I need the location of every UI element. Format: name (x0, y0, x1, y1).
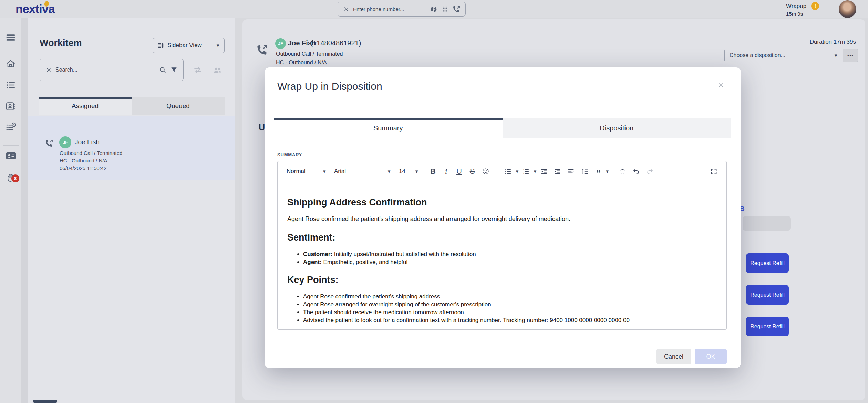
numbered-list-button[interactable]: 123 (523, 168, 530, 175)
request-refill-button[interactable]: Request Refill (746, 253, 789, 273)
transfer-icon (193, 65, 203, 75)
strikethrough-button[interactable]: S (469, 167, 476, 176)
contact-card-icon[interactable] (6, 101, 16, 112)
disposition-more-button[interactable]: ••• (843, 49, 858, 62)
list-item-text: Empathetic, positive, and helpful (322, 259, 407, 265)
list-item: Agent Rose arranged for overnight sippin… (303, 301, 717, 308)
tab-queued-label: Queued (166, 102, 190, 110)
agent-status-timer: 15m 9s (786, 11, 819, 17)
bold-button[interactable]: B (430, 167, 436, 176)
size-value: 14 (399, 168, 405, 175)
search-icon[interactable] (159, 66, 167, 74)
workitem-line3: 06/04/2025 11:50:42 (60, 165, 107, 171)
rail-divider (3, 53, 19, 53)
align-button[interactable] (567, 168, 575, 175)
doc-paragraph: Agent Rose confirmed the patient's shipp… (287, 215, 717, 223)
agent-status[interactable]: Wrapup ! 15m 9s (786, 2, 819, 17)
search-input[interactable] (55, 67, 155, 73)
blockquote-button[interactable]: “ (595, 168, 602, 175)
outbound-call-icon[interactable] (452, 5, 461, 13)
ok-button[interactable]: OK (695, 349, 727, 364)
list-item: Agent: Empathetic, positive, and helpful (303, 258, 717, 266)
request-refill-button[interactable]: Request Refill (746, 317, 789, 336)
font-dropdown[interactable]: Arial▼ (334, 168, 391, 175)
filter-icon[interactable] (170, 66, 178, 74)
queue-list-icon[interactable] (6, 80, 16, 90)
close-icon[interactable] (717, 82, 724, 89)
request-refill-button[interactable]: Request Refill (746, 285, 789, 305)
caller-phone: (+14804861921) (310, 39, 361, 47)
wrap-up-modal: Wrap Up in Disposition Summary Dispositi… (265, 67, 741, 368)
font-value: Arial (334, 168, 346, 175)
editor-toolbar: Normal▼ Arial▼ 14▼ B i U S ▼ 123 ▼ (278, 161, 726, 181)
outbound-call-icon (45, 139, 53, 148)
split-circle-icon[interactable] (430, 5, 438, 13)
agent-status-label: Wrapup (786, 3, 806, 10)
tab-queued[interactable]: Queued (132, 97, 225, 115)
list-item-label: Agent: (303, 259, 322, 265)
history-list-icon[interactable] (6, 122, 17, 133)
scrollbar-thumb[interactable] (33, 400, 57, 403)
tab-disposition[interactable]: Disposition (503, 118, 731, 138)
doc-heading-sentiment: Sentiment: (287, 232, 717, 243)
rail-divider (3, 145, 19, 146)
top-bar: nextiva Wrapup ! 15m 9s (0, 0, 868, 18)
style-dropdown[interactable]: Normal▼ (287, 168, 327, 175)
tab-summary[interactable]: Summary (274, 118, 503, 138)
workitem-list-item[interactable]: JF Joe Fish Outbound Call / Terminated H… (28, 116, 235, 180)
dialpad-icon[interactable] (441, 6, 449, 13)
avatar: JF (59, 136, 71, 148)
panel-divider (28, 96, 235, 96)
sidebar-view-label: Sidebar View (167, 42, 202, 49)
workitem-tabs: Assigned Queued (39, 97, 225, 115)
rail-panel-gap (21, 18, 28, 403)
clear-phone-icon[interactable] (343, 6, 350, 13)
cancel-button[interactable]: Cancel (656, 349, 691, 364)
fullscreen-button[interactable] (710, 168, 717, 175)
undo-button[interactable] (632, 168, 640, 175)
sentiment-list: Customer: Initially upset/frustrated but… (303, 251, 717, 266)
chevron-down-icon[interactable]: ▼ (533, 169, 537, 174)
doc-heading-keypoints: Key Points: (287, 275, 717, 285)
occluded-heading: U (259, 123, 265, 132)
chevron-down-icon[interactable]: ▼ (515, 169, 519, 174)
sidebar-view-button[interactable]: Sidebar View ▼ (153, 38, 225, 53)
modal-footer: Cancel OK (265, 346, 741, 368)
workitem-title: Workitem (40, 38, 82, 49)
redo-button[interactable] (646, 168, 654, 175)
modal-divider (265, 116, 741, 116)
disposition-select[interactable]: Choose a disposition... ▼ ••• (724, 49, 858, 62)
tab-assigned[interactable]: Assigned (39, 97, 132, 115)
emoji-button[interactable] (482, 168, 489, 175)
sidebar-view-icon (157, 42, 164, 49)
chevron-down-icon: ▼ (387, 169, 391, 174)
tab-disposition-label: Disposition (600, 124, 633, 132)
call-line1: Outbound Call / Terminated (276, 51, 343, 57)
workitem-line2: HC - Outbound / N/A (60, 158, 107, 163)
underline-button[interactable]: U (456, 167, 463, 176)
line-height-button[interactable] (581, 168, 589, 175)
agent-avatar[interactable] (839, 0, 856, 18)
phone-number-input[interactable] (353, 6, 426, 12)
hamburger-menu-icon[interactable] (6, 32, 16, 43)
workitem-name: Joe Fish (75, 138, 100, 146)
indent-button[interactable] (554, 168, 561, 175)
bullet-list-button[interactable] (505, 168, 512, 175)
outdent-button[interactable] (540, 168, 548, 175)
quote-glyph: “ (596, 172, 601, 175)
summary-field-label: SUMMARY (277, 152, 302, 157)
style-value: Normal (287, 168, 306, 175)
summary-editor-content[interactable]: Shipping Address Confirmation Agent Rose… (278, 181, 726, 330)
key-points-list: Agent Rose confirmed the patient's shipp… (303, 293, 717, 324)
id-card-icon[interactable] (6, 150, 17, 161)
chevron-down-icon[interactable]: ▼ (605, 169, 610, 174)
list-item: The patient should receive the medicatio… (303, 309, 717, 316)
tab-assigned-label: Assigned (72, 102, 99, 110)
size-dropdown[interactable]: 14▼ (399, 168, 419, 175)
delete-button[interactable] (619, 168, 626, 175)
italic-button[interactable]: i (443, 167, 450, 176)
workitem-line1: Outbound Call / Terminated (60, 150, 122, 156)
chevron-down-icon: ▼ (414, 169, 419, 174)
home-icon[interactable] (6, 59, 16, 69)
clear-search-icon[interactable] (45, 67, 52, 73)
